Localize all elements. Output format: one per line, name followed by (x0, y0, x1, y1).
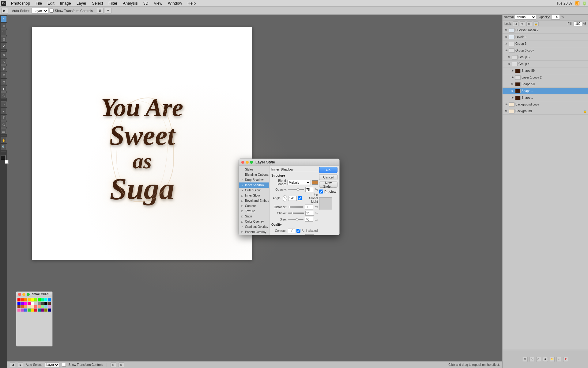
pen-tool[interactable]: ✒ (1, 108, 7, 114)
menu-window[interactable]: Window (165, 0, 184, 6)
swatch[interactable] (24, 298, 27, 301)
menu-layer[interactable]: Layer (74, 0, 89, 6)
layer-visibility[interactable]: 👁 (504, 35, 508, 39)
menu-view[interactable]: View (151, 0, 165, 6)
noise-input[interactable] (305, 234, 314, 235)
layer-row[interactable]: 👁 Group 4 (503, 61, 588, 67)
angle-dial[interactable]: ⊙ (283, 195, 287, 201)
shape-tool[interactable]: ▬ (1, 128, 7, 134)
swatches-minimize[interactable] (22, 293, 25, 296)
layer-adjustment-btn[interactable]: ◑ (543, 357, 548, 362)
swatch[interactable] (48, 305, 51, 308)
dialog-minimize[interactable] (246, 161, 249, 164)
layer-group-btn[interactable]: 📁 (550, 357, 555, 362)
swatch[interactable] (44, 305, 47, 308)
background-color[interactable] (5, 160, 9, 164)
layer-visibility[interactable]: 👁 (510, 69, 514, 73)
layer-visibility[interactable]: 👁 (504, 102, 508, 107)
blend-mode-panel-select[interactable]: Normal Multiply Screen (515, 15, 536, 20)
swatch[interactable] (21, 309, 24, 312)
style-item[interactable]: Blending Options: Custom (239, 172, 269, 177)
style-item[interactable]: □ Texture (239, 209, 269, 214)
swatches-maximize[interactable] (27, 293, 30, 296)
layer-visibility[interactable]: 👁 (510, 96, 514, 100)
hand-tool[interactable]: ✋ (1, 137, 7, 143)
swatch[interactable] (24, 305, 27, 308)
angle-input[interactable] (288, 196, 297, 201)
layer-row[interactable]: 👁 Shape 50 (503, 81, 588, 88)
lock-pixels-btn[interactable]: ⊡ (513, 21, 518, 26)
choke-slider[interactable] (288, 213, 304, 214)
transform-controls-checkbox[interactable] (50, 9, 54, 13)
auto-select-dropdown[interactable]: Layer Group (32, 8, 48, 13)
size-slider[interactable] (288, 219, 303, 220)
layer-visibility[interactable]: 👁 (510, 75, 514, 80)
swatch[interactable] (31, 305, 34, 308)
lasso-tool[interactable]: ⌒ (1, 29, 7, 36)
eyedropper-tool[interactable]: ✔ (1, 43, 7, 49)
path-tool[interactable]: ⬡ (1, 121, 7, 128)
style-item[interactable]: Styles (239, 167, 269, 172)
marquee-tool[interactable]: ▭ (1, 23, 7, 29)
swatch[interactable] (28, 309, 31, 312)
brush-tool[interactable]: ✎ (1, 59, 7, 65)
layer-row[interactable]: 👁 Shape... (503, 94, 588, 101)
swatches-close[interactable] (18, 293, 21, 296)
swatch[interactable] (38, 302, 41, 305)
swatch[interactable] (38, 309, 41, 312)
history-tool[interactable]: ⟲ (1, 72, 7, 78)
layer-visibility[interactable]: 👁 (510, 82, 514, 86)
clone-tool[interactable]: ⊗ (1, 65, 7, 71)
distribute-btn[interactable]: ⊞ (97, 8, 104, 14)
style-item[interactable]: ✓ Outer Glow (239, 188, 269, 193)
layer-visibility[interactable]: 👁 (507, 62, 511, 66)
style-item[interactable]: □ Pattern Overlay (239, 229, 269, 235)
swatch[interactable] (38, 298, 41, 301)
new-style-button[interactable]: New Style... (319, 182, 337, 188)
text-tool[interactable]: T (1, 115, 7, 121)
dialog-maximize[interactable] (250, 161, 253, 164)
swatch[interactable] (38, 305, 41, 308)
style-item[interactable]: ✓ Drop Shadow (239, 177, 269, 182)
style-item[interactable]: □ Color Overlay (239, 219, 269, 224)
blur-tool[interactable]: ◌ (1, 92, 7, 98)
size-input[interactable] (305, 217, 313, 222)
opacity-input[interactable] (305, 187, 314, 192)
status-btn-1[interactable]: ⊕ (111, 362, 116, 367)
layer-visibility[interactable]: 👁 (510, 89, 514, 93)
layer-delete-btn[interactable]: 🗑 (563, 357, 568, 362)
swatch[interactable] (21, 298, 24, 301)
healing-tool[interactable]: ⊕ (1, 52, 7, 58)
cancel-button[interactable]: Cancel (319, 174, 337, 180)
distance-input[interactable] (305, 205, 313, 209)
swatch[interactable] (34, 309, 37, 312)
swatch[interactable] (34, 302, 37, 305)
choke-input[interactable] (305, 211, 314, 216)
layer-visibility[interactable]: 👁 (504, 42, 508, 46)
style-item[interactable]: ✓ Gradient Overlay (239, 224, 269, 229)
swatch[interactable] (24, 302, 27, 305)
status-nav-prev[interactable]: ◀ (10, 362, 15, 367)
layer-row[interactable]: 👁 Background copy (503, 101, 588, 108)
swatch[interactable] (48, 302, 51, 305)
lock-all-btn[interactable]: 🔒 (533, 21, 539, 26)
swatch[interactable] (31, 302, 34, 305)
menu-filter[interactable]: Filter (106, 0, 120, 6)
ok-button[interactable]: OK (319, 167, 337, 173)
menu-select[interactable]: Select (89, 0, 105, 6)
swatch[interactable] (28, 305, 31, 308)
layer-visibility[interactable]: 👁 (504, 48, 508, 53)
dodge-tool[interactable]: ○ (1, 101, 7, 107)
menu-photoshop[interactable]: Photoshop (9, 0, 32, 6)
swatch[interactable] (44, 302, 47, 305)
layer-row[interactable]: 👁 Background 🔒 (503, 108, 588, 115)
swatch[interactable] (48, 298, 51, 301)
layer-row[interactable]: 👁 Group 6 (503, 40, 588, 47)
menu-edit[interactable]: Edit (45, 0, 57, 6)
swatch[interactable] (21, 302, 24, 305)
swatch[interactable] (41, 309, 44, 312)
lock-position-btn[interactable]: ⊕ (526, 21, 532, 26)
layer-row[interactable]: 👁 Group 5 (503, 54, 588, 61)
swatch[interactable] (17, 305, 21, 308)
anti-aliased-checkbox[interactable] (296, 229, 300, 233)
